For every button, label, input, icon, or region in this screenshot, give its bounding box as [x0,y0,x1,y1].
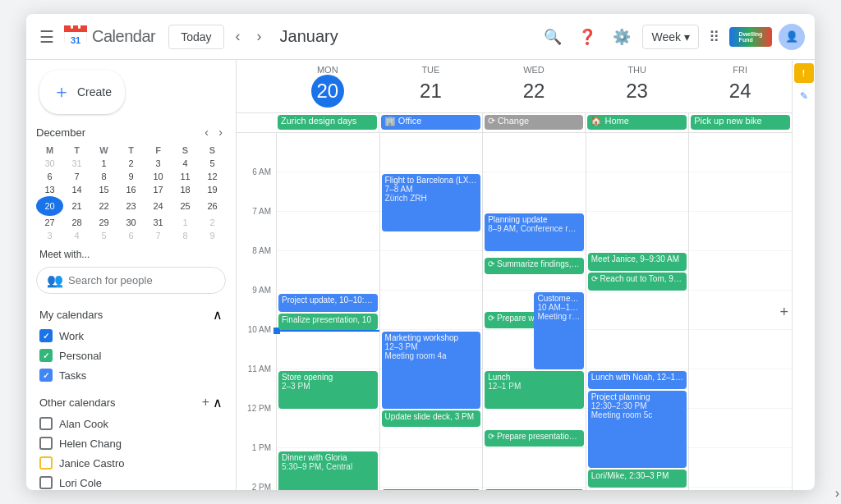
event-project-planning[interactable]: Project planning 12:30–2:30 PM Meeting r… [588,391,687,468]
event-update-slide-deck[interactable]: Update slide deck, 3 PM [382,410,481,427]
mini-cal-day[interactable]: 5 [90,229,117,242]
add-event-fri[interactable]: + [779,303,788,320]
lori-cole-checkbox[interactable] [39,476,53,489]
calendar-item-helen-chang[interactable]: Helen Chang [26,433,236,453]
mini-cal-day[interactable]: 13 [36,183,63,196]
mini-cal-day[interactable]: 2 [117,157,145,170]
all-day-cell-wed[interactable]: ⟳ Change [482,113,586,132]
mini-cal-day[interactable]: 1 [90,157,117,170]
prev-button[interactable]: ‹ [231,25,246,48]
mini-cal-day[interactable]: 7 [63,170,90,183]
day-number-fri[interactable]: 24 [724,75,756,108]
alan-cook-checkbox[interactable] [39,417,53,430]
my-calendars-header[interactable]: My calendars ∧ [26,304,236,326]
mini-cal-day[interactable]: 15 [90,183,117,196]
calendar-item-lori-cole[interactable]: Lori Cole [26,473,236,490]
event-lunch-wed[interactable]: Lunch 12–1 PM [485,371,584,409]
all-day-cell-thu[interactable]: 🏠 Home [585,113,688,132]
mini-cal-day[interactable]: 31 [63,157,90,170]
mini-cal-day[interactable]: 25 [172,196,199,216]
next-button[interactable]: › [252,25,267,48]
event-weekly-update[interactable]: Weekly update 5–6 PM, Meeting room 2c [485,489,584,490]
event-project-update-mon[interactable]: Project update, 10–10:30 A [278,294,378,312]
mini-cal-day[interactable]: 1 [172,216,199,229]
search-icon[interactable]: 🔍 [539,23,567,51]
tasks-checkbox[interactable]: ✓ [39,369,53,382]
add-other-calendar-icon[interactable]: + [202,395,209,410]
create-button[interactable]: ＋ Create [39,70,125,114]
day-header-fri[interactable]: FRI 24 [688,60,792,112]
event-marketing-workshop[interactable]: Marketing workshop 12–3 PM Meeting room … [382,332,481,409]
mini-cal-day[interactable]: 9 [117,170,145,183]
day-number-mon[interactable]: 20 [311,75,344,108]
mini-cal-day[interactable]: 23 [117,196,145,216]
mini-cal-day[interactable]: 31 [145,216,172,229]
calendar-item-personal[interactable]: ✓ Personal [26,346,236,365]
mini-cal-day[interactable]: 14 [63,183,90,196]
mini-cal-day[interactable]: 24 [145,196,172,216]
calendar-item-work[interactable]: ✓ Work [26,326,236,346]
hamburger-icon[interactable]: ☰ [36,24,57,50]
all-day-cell-tue[interactable]: 🏢 Office [379,113,482,132]
mini-cal-day[interactable]: 9 [199,229,226,242]
notification-badge[interactable]: ! [794,63,814,83]
mini-cal-day[interactable]: 27 [36,216,63,229]
week-selector-button[interactable]: Week ▾ [642,25,699,49]
today-button[interactable]: Today [168,25,223,49]
mini-cal-day[interactable]: 22 [90,196,117,216]
mini-cal-day[interactable]: 3 [145,157,172,170]
event-dinner-gloria[interactable]: Dinner with Gloria 5:30–9 PM, Central [278,451,378,490]
event-lori-mike[interactable]: Lori/Mike, 2:30–3 PM [588,470,687,488]
all-day-event-home-thu[interactable]: 🏠 Home [587,115,687,130]
mini-cal-day[interactable]: 5 [199,157,226,170]
helen-chang-checkbox[interactable] [39,437,53,450]
mini-cal-day[interactable]: 3 [36,229,63,242]
help-icon[interactable]: ❓ [573,23,601,51]
mini-cal-day[interactable]: 6 [36,170,63,183]
mini-cal-day[interactable]: 10 [145,170,172,183]
day-header-tue[interactable]: TUE 21 [379,60,483,112]
calendar-item-tasks[interactable]: ✓ Tasks [26,365,236,385]
settings-icon[interactable]: ⚙️ [608,23,636,51]
all-day-event-zurich[interactable]: Zurich design days [278,115,377,130]
event-finalize-presentation[interactable]: Finalize presentation, 10 [278,314,378,330]
mini-cal-day[interactable]: 30 [36,157,63,170]
event-summarize-findings[interactable]: ⟳ Summarize findings, 9:30 [485,258,584,274]
mini-cal-day[interactable]: 20 [36,196,63,216]
all-day-cell-mon[interactable]: Zurich design days [276,113,379,132]
mini-cal-day[interactable]: 7 [145,229,172,242]
calendar-item-alan-cook[interactable]: Alan Cook [26,414,236,433]
event-planning-update[interactable]: Planning update 8–9 AM, Conference room … [485,213,584,251]
event-prepare-presentation[interactable]: ⟳ Prepare presentation, 4 P [485,430,584,447]
all-day-cell-fri[interactable]: Pick up new bike [688,113,792,132]
event-lunch-noah[interactable]: Lunch with Noah, 12–12:30 [588,371,687,389]
all-day-event-change[interactable]: ⟳ Change [485,115,584,130]
mini-cal-day[interactable]: 18 [172,183,199,196]
mini-cal-day[interactable]: 21 [63,196,90,216]
edit-icon-right[interactable]: ✎ [794,86,814,106]
mini-cal-day[interactable]: 8 [172,229,199,242]
event-reach-out-tom[interactable]: ⟳ Reach out to Tom, 9:30 A [588,273,687,291]
mini-cal-prev[interactable]: ‹ [201,124,212,140]
day-header-thu[interactable]: THU 23 [586,60,689,112]
other-calendars-header[interactable]: Other calendars + ∧ [26,392,236,414]
event-dinner-helen[interactable]: Dinner with Helen [382,489,481,490]
mini-cal-day[interactable]: 16 [117,183,145,196]
event-meet-janice[interactable]: Meet Janice, 9–9:30 AM [588,253,687,271]
event-customer-meeting[interactable]: Customer meeting 10 AM–12 PM Meeting roo… [534,292,583,369]
mini-cal-day[interactable]: 8 [90,170,117,183]
calendar-item-janice-castro[interactable]: Janice Castro [26,453,236,473]
apps-icon[interactable]: ⠿ [705,25,723,49]
personal-checkbox[interactable]: ✓ [39,349,53,362]
mini-cal-day[interactable]: 4 [63,229,90,242]
event-flight-barcelona[interactable]: Flight to Barcelona (LX 195 7–8 AM Züric… [382,174,481,231]
mini-cal-day[interactable]: 26 [199,196,226,216]
mini-cal-day[interactable]: 28 [63,216,90,229]
mini-cal-day[interactable]: 4 [172,157,199,170]
mini-cal-day[interactable]: 6 [117,229,145,242]
avatar[interactable]: 👤 [779,24,805,50]
day-number-tue[interactable]: 21 [414,75,447,108]
mini-cal-day[interactable]: 2 [199,216,226,229]
mini-cal-next[interactable]: › [215,124,226,140]
all-day-event-office[interactable]: 🏢 Office [381,115,480,130]
